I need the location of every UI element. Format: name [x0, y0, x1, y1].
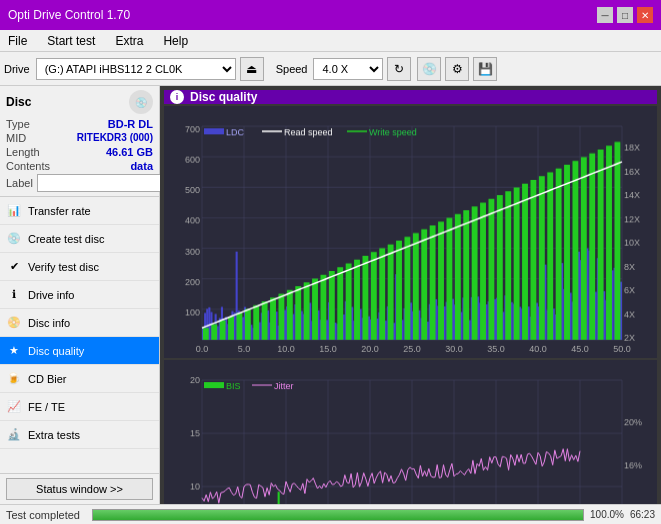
settings-button[interactable]: ⚙: [445, 57, 469, 81]
speed-select[interactable]: 4.0 X: [313, 58, 383, 80]
chart2-wrapper: [164, 360, 657, 505]
nav-transfer-rate-label: Transfer rate: [28, 205, 91, 217]
disc-label-label: Label: [6, 177, 33, 189]
panel-header-icon: i: [170, 90, 184, 104]
disc-panel: Disc 💿 Type BD-R DL MID RITEKDR3 (000) L…: [0, 86, 159, 197]
nav-create-test-disc[interactable]: 💿 Create test disc: [0, 225, 159, 253]
maximize-button[interactable]: □: [617, 7, 633, 23]
disc-contents-label: Contents: [6, 160, 50, 172]
status-window-button[interactable]: Status window >>: [6, 478, 153, 500]
create-test-disc-icon: 💿: [6, 231, 22, 247]
window-controls: ─ □ ✕: [597, 7, 653, 23]
panel-header: i Disc quality: [164, 90, 657, 104]
nav-disc-info-label: Disc info: [28, 317, 70, 329]
nav-transfer-rate[interactable]: 📊 Transfer rate: [0, 197, 159, 225]
eject-button[interactable]: ⏏: [240, 57, 264, 81]
nav-items: 📊 Transfer rate 💿 Create test disc ✔ Ver…: [0, 197, 159, 473]
disc-icon: 💿: [129, 90, 153, 114]
disc-contents-value: data: [130, 160, 153, 172]
status-bar: Status window >>: [0, 473, 159, 504]
save-button[interactable]: 💾: [473, 57, 497, 81]
disc-contents-row: Contents data: [6, 160, 153, 172]
disc-type-value: BD-R DL: [108, 118, 153, 130]
disc-panel-title: Disc: [6, 95, 31, 109]
nav-drive-info-label: Drive info: [28, 289, 74, 301]
disc-quality-icon: ★: [6, 343, 22, 359]
status-text: Test completed: [6, 509, 86, 521]
nav-disc-quality[interactable]: ★ Disc quality: [0, 337, 159, 365]
verify-test-disc-icon: ✔: [6, 259, 22, 275]
disc-length-row: Length 46.61 GB: [6, 146, 153, 158]
progress-fill: [93, 510, 583, 520]
content-area: i Disc quality LDC: [160, 86, 661, 504]
disc-length-label: Length: [6, 146, 40, 158]
nav-verify-test-disc[interactable]: ✔ Verify test disc: [0, 253, 159, 281]
disc-type-label: Type: [6, 118, 30, 130]
speed-label: Speed: [276, 63, 308, 75]
disc-info-icon: 📀: [6, 315, 22, 331]
menu-help[interactable]: Help: [159, 32, 192, 50]
progress-percent: 100.0%: [590, 509, 624, 520]
nav-disc-info[interactable]: 📀 Disc info: [0, 309, 159, 337]
disc-mid-row: MID RITEKDR3 (000): [6, 132, 153, 144]
burn-button[interactable]: 💿: [417, 57, 441, 81]
nav-disc-quality-label: Disc quality: [28, 345, 84, 357]
app-title: Opti Drive Control 1.70: [8, 8, 130, 22]
toolbar: Drive (G:) ATAPI iHBS112 2 CL0K ⏏ Speed …: [0, 52, 661, 86]
bottom-bar: Test completed 100.0% 66:23: [0, 504, 661, 524]
fe-te-icon: 📈: [6, 399, 22, 415]
minimize-button[interactable]: ─: [597, 7, 613, 23]
nav-cd-bier-label: CD Bier: [28, 373, 67, 385]
chart1-canvas: [164, 106, 657, 358]
nav-fe-te-label: FE / TE: [28, 401, 65, 413]
nav-create-test-disc-label: Create test disc: [28, 233, 104, 245]
drive-label: Drive: [4, 63, 30, 75]
nav-drive-info[interactable]: ℹ Drive info: [0, 281, 159, 309]
disc-length-value: 46.61 GB: [106, 146, 153, 158]
progress-time: 66:23: [630, 509, 655, 520]
nav-verify-test-disc-label: Verify test disc: [28, 261, 99, 273]
extra-tests-icon: 🔬: [6, 427, 22, 443]
nav-extra-tests[interactable]: 🔬 Extra tests: [0, 421, 159, 449]
progress-bar: [92, 509, 584, 521]
disc-label-input[interactable]: [37, 174, 170, 192]
cd-bier-icon: 🍺: [6, 371, 22, 387]
close-button[interactable]: ✕: [637, 7, 653, 23]
chart2-canvas: [164, 360, 657, 505]
nav-extra-tests-label: Extra tests: [28, 429, 80, 441]
menubar: File Start test Extra Help: [0, 30, 661, 52]
disc-label-row: Label 🔍: [6, 174, 153, 192]
nav-fe-te[interactable]: 📈 FE / TE: [0, 393, 159, 421]
disc-mid-value: RITEKDR3 (000): [77, 132, 153, 144]
drive-select[interactable]: (G:) ATAPI iHBS112 2 CL0K: [36, 58, 236, 80]
panel-title: Disc quality: [190, 90, 257, 104]
sidebar: Disc 💿 Type BD-R DL MID RITEKDR3 (000) L…: [0, 86, 160, 504]
chart1-wrapper: [164, 106, 657, 358]
menu-extra[interactable]: Extra: [111, 32, 147, 50]
charts-container: [164, 106, 657, 504]
nav-cd-bier[interactable]: 🍺 CD Bier: [0, 365, 159, 393]
disc-mid-label: MID: [6, 132, 26, 144]
disc-type-row: Type BD-R DL: [6, 118, 153, 130]
transfer-rate-icon: 📊: [6, 203, 22, 219]
refresh-button[interactable]: ↻: [387, 57, 411, 81]
menu-file[interactable]: File: [4, 32, 31, 50]
titlebar: Opti Drive Control 1.70 ─ □ ✕: [0, 0, 661, 30]
menu-starttest[interactable]: Start test: [43, 32, 99, 50]
drive-info-icon: ℹ: [6, 287, 22, 303]
